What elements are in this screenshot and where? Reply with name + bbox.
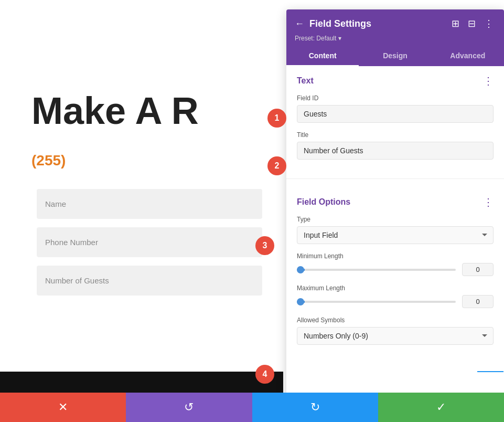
section-divider	[286, 178, 504, 179]
tab-advanced[interactable]: Advanced	[432, 46, 504, 66]
collapse-icon[interactable]: ⊟	[466, 17, 478, 30]
allowed-symbols-select[interactable]: Numbers Only (0-9) Letters Only Alphanum…	[297, 327, 494, 345]
back-icon[interactable]: ←	[295, 18, 304, 29]
redo-button[interactable]: ↻	[252, 393, 378, 422]
form-fields: Name Phone Number Number of Guests	[37, 189, 262, 296]
max-length-value[interactable]	[462, 295, 494, 308]
max-length-label: Maximum Length	[297, 284, 494, 292]
allowed-symbols-label: Allowed Symbols	[297, 316, 494, 324]
field-guests[interactable]: Number of Guests	[37, 266, 262, 296]
min-length-slider[interactable]	[297, 269, 456, 271]
panel-header-top: ← Field Settings ⊞ ⊟ ⋮	[295, 17, 496, 30]
field-name[interactable]: Name	[37, 189, 262, 219]
panel-body: Text ⋮ Field ID Title Field Options ⋮ Ty…	[286, 66, 504, 408]
badge-3: 3	[255, 236, 274, 255]
expand-icon[interactable]: ⊞	[449, 17, 462, 30]
badge-2: 2	[267, 156, 286, 175]
panel-header: ← Field Settings ⊞ ⊟ ⋮ Preset: Default ▾	[286, 9, 504, 46]
black-footer	[0, 372, 283, 393]
max-length-slider-row	[297, 295, 494, 308]
settings-panel: ← Field Settings ⊞ ⊟ ⋮ Preset: Default ▾…	[286, 9, 504, 408]
field-options-section-header: Field Options ⋮	[297, 196, 494, 208]
field-phone[interactable]: Phone Number	[37, 227, 262, 257]
undo-button[interactable]: ↺	[126, 393, 252, 422]
min-length-label: Minimum Length	[297, 252, 494, 260]
min-length-value[interactable]	[462, 263, 494, 276]
text-section-header: Text ⋮	[297, 75, 494, 87]
min-length-slider-row	[297, 263, 494, 276]
field-options-section-title: Field Options	[297, 197, 350, 207]
max-length-group: Maximum Length	[297, 284, 494, 308]
main-content: Make A R (255) Name Phone Number Number …	[0, 0, 283, 422]
page-title: Make A R	[31, 89, 199, 132]
preset-label: Preset: Default ▾	[295, 35, 341, 42]
title-input[interactable]	[297, 142, 494, 160]
badge-4: 4	[255, 365, 274, 384]
panel-title: Field Settings	[309, 18, 371, 29]
title-group: Title	[297, 131, 494, 160]
blue-underline-accent	[477, 371, 503, 372]
panel-tabs: Content Design Advanced	[286, 46, 504, 66]
allowed-symbols-group: Allowed Symbols Numbers Only (0-9) Lette…	[297, 316, 494, 345]
type-label: Type	[297, 216, 494, 223]
preset-row[interactable]: Preset: Default ▾	[295, 35, 496, 46]
bottom-toolbar: ✕ ↺ ↻ ✓	[0, 393, 504, 422]
type-select[interactable]: Input Field Textarea Checkbox Radio Sele…	[297, 226, 494, 244]
tab-design[interactable]: Design	[359, 46, 431, 66]
text-section: Text ⋮ Field ID Title	[286, 66, 504, 176]
text-section-title: Text	[297, 76, 314, 86]
cancel-button[interactable]: ✕	[0, 393, 126, 422]
field-options-menu-icon[interactable]: ⋮	[483, 196, 494, 208]
field-id-input[interactable]	[297, 105, 494, 123]
max-length-slider[interactable]	[297, 301, 456, 303]
field-id-group: Field ID	[297, 94, 494, 123]
field-id-label: Field ID	[297, 94, 494, 102]
text-section-menu-icon[interactable]: ⋮	[483, 75, 494, 87]
panel-header-icons: ⊞ ⊟ ⋮	[449, 17, 496, 30]
panel-title-row: ← Field Settings	[295, 18, 371, 29]
title-label: Title	[297, 131, 494, 139]
save-button[interactable]: ✓	[378, 393, 504, 422]
more-options-icon[interactable]: ⋮	[482, 17, 496, 30]
type-group: Type Input Field Textarea Checkbox Radio…	[297, 216, 494, 244]
tab-content[interactable]: Content	[286, 46, 359, 66]
phone-display: (255)	[31, 152, 66, 169]
badge-1: 1	[267, 109, 286, 128]
min-length-group: Minimum Length	[297, 252, 494, 276]
field-options-section: Field Options ⋮ Type Input Field Textare…	[286, 187, 504, 362]
